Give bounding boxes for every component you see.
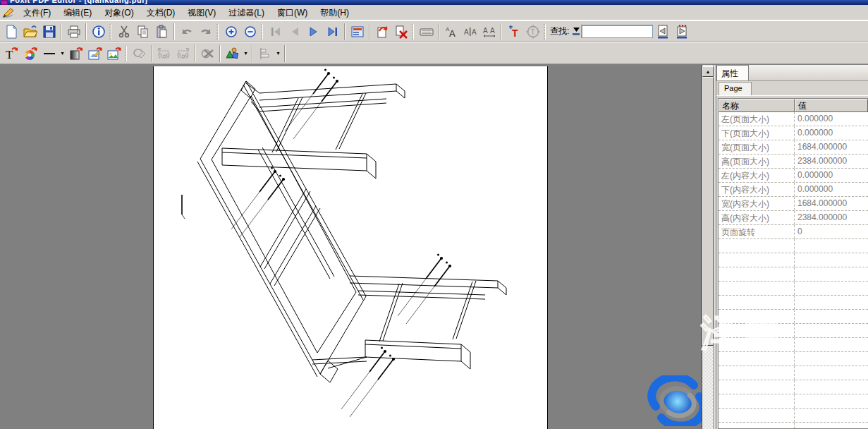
find-options-dropdown[interactable]: [571, 24, 581, 40]
color-tool-button[interactable]: [20, 44, 39, 63]
new-button[interactable]: [1, 23, 20, 41]
align-tool-dropdown[interactable]: ▾: [274, 45, 282, 62]
separator: [369, 23, 370, 40]
undo-button[interactable]: [177, 23, 196, 41]
next-page-button[interactable]: [304, 23, 323, 41]
toolbar-grip[interactable]: [125, 46, 127, 61]
grid-row[interactable]: 下(页面大小)0.000000: [719, 126, 868, 140]
menu-item-6[interactable]: 窗口(W): [271, 6, 314, 19]
grid-row-empty: [719, 239, 868, 253]
toolbar-grip[interactable]: [412, 24, 414, 40]
rotate-page-button[interactable]: [372, 23, 391, 41]
zoom-out-button[interactable]: [240, 23, 259, 41]
tab-page[interactable]: Page: [719, 82, 752, 95]
menu-item-1[interactable]: 编辑(E): [57, 6, 98, 19]
group-back-button[interactable]: [154, 44, 173, 63]
shading-tool-button[interactable]: [66, 44, 85, 63]
grid-row[interactable]: 左(页面大小)0.000000: [719, 112, 868, 126]
print-button[interactable]: [64, 23, 83, 41]
property-value[interactable]: 0.000000: [795, 126, 868, 140]
keyboard-button[interactable]: [417, 23, 436, 41]
menu-item-5[interactable]: 过滤器(L): [222, 6, 271, 19]
property-value[interactable]: 0: [795, 225, 868, 238]
menu-item-0[interactable]: 文件(F): [17, 6, 57, 19]
paste-button[interactable]: [152, 23, 171, 41]
last-page-button[interactable]: [323, 23, 342, 41]
text-orientation-button[interactable]: T: [523, 23, 542, 41]
find-next-button[interactable]: [672, 23, 691, 41]
property-value[interactable]: 1684.000000: [795, 140, 868, 154]
zoom-in-button[interactable]: [221, 23, 240, 41]
open-button[interactable]: [20, 23, 39, 41]
add-text-button[interactable]: T: [504, 23, 523, 41]
property-value[interactable]: 2384.000000: [795, 155, 868, 168]
save-floppy-icon: [42, 25, 56, 39]
line-tool-dropdown[interactable]: ▾: [59, 45, 66, 62]
property-value[interactable]: 2384.000000: [795, 211, 868, 224]
text-tool-button[interactable]: T: [1, 44, 20, 63]
save-button[interactable]: [39, 23, 59, 41]
menu-item-2[interactable]: 对象(O): [98, 6, 140, 19]
image-edit-tool-button[interactable]: [85, 44, 104, 63]
toolbar-grip[interactable]: [544, 24, 546, 40]
column-header-name[interactable]: 名称: [719, 99, 795, 112]
document-canvas[interactable]: ▲: [0, 65, 714, 429]
font-narrow-button[interactable]: AA: [460, 23, 479, 41]
grid-row[interactable]: 下(内容大小)0.000000: [719, 183, 868, 197]
toolbar-grip[interactable]: [109, 24, 111, 40]
delete-object-button[interactable]: [198, 44, 217, 63]
scroll-up-button[interactable]: ▲: [702, 66, 714, 77]
image-tool-button[interactable]: [104, 44, 123, 63]
prev-page-button[interactable]: [285, 23, 304, 41]
first-page-button[interactable]: [266, 23, 285, 41]
grid-row[interactable]: 高(内容大小)2384.000000: [719, 211, 868, 225]
menu-item-3[interactable]: 文档(D): [140, 6, 182, 19]
page-form-button[interactable]: [348, 23, 367, 41]
open-folder-icon: [23, 25, 37, 39]
find-next-icon: [675, 25, 689, 39]
find-input[interactable]: [581, 25, 653, 38]
property-name: 页面旋转: [719, 225, 795, 238]
grid-row[interactable]: 宽(内容大小)1684.000000: [719, 197, 868, 211]
shapes-tool-dropdown[interactable]: ▾: [242, 45, 250, 62]
group-front-button[interactable]: [173, 44, 192, 63]
font-style-button[interactable]: AA: [441, 23, 460, 41]
property-value[interactable]: 1684.000000: [795, 197, 868, 210]
toolbar-grip[interactable]: [261, 24, 263, 40]
properties-panel: 属性 Page 名称 值 左(页面大小)0.000000下(页面大小)0.000…: [716, 65, 868, 429]
toolbar-grip[interactable]: [216, 24, 219, 40]
menu-item-4[interactable]: 视图(V): [181, 6, 222, 19]
grid-row[interactable]: 宽(页面大小)1684.000000: [719, 140, 868, 155]
watermark-logo: [647, 375, 708, 426]
scrollbar-thumb[interactable]: [702, 77, 714, 346]
line-tool-button[interactable]: [39, 44, 59, 63]
vertical-scrollbar[interactable]: ▲: [702, 65, 713, 429]
property-name: [719, 239, 795, 253]
document-info-button[interactable]: [89, 23, 108, 41]
property-value: [795, 267, 868, 281]
delete-page-button[interactable]: [391, 23, 410, 41]
copy-button[interactable]: [133, 23, 152, 41]
property-name: [719, 282, 795, 295]
find-prev-button[interactable]: [653, 23, 672, 41]
menu-item-7[interactable]: 帮助(H): [314, 6, 355, 19]
properties-panel-header[interactable]: 属性: [716, 65, 868, 81]
column-header-value[interactable]: 值: [795, 99, 868, 112]
grid-row[interactable]: 高(页面大小)2384.000000: [719, 155, 868, 169]
draw-ellipse-button[interactable]: [130, 44, 149, 63]
pdf-page[interactable]: [153, 66, 548, 429]
property-value[interactable]: 0.000000: [795, 112, 868, 126]
property-name: 宽(内容大小): [719, 197, 795, 210]
grid-row-empty: [719, 338, 868, 352]
shapes-tool-button[interactable]: [223, 44, 242, 63]
align-tool-button[interactable]: [255, 44, 274, 63]
title-bar[interactable]: Foxit PDF Editor - [qiankuang.pdf]: [0, 0, 868, 5]
grid-row[interactable]: 左(内容大小)0.000000: [719, 169, 868, 183]
property-value[interactable]: 0.000000: [795, 183, 868, 196]
redo-button[interactable]: [196, 23, 215, 41]
property-value[interactable]: 0.000000: [795, 169, 868, 182]
grid-row[interactable]: 页面旋转0: [719, 225, 868, 239]
properties-title-tab[interactable]: 属性: [716, 65, 749, 80]
font-wide-button[interactable]: AA: [479, 23, 499, 41]
cut-button[interactable]: [114, 23, 133, 41]
